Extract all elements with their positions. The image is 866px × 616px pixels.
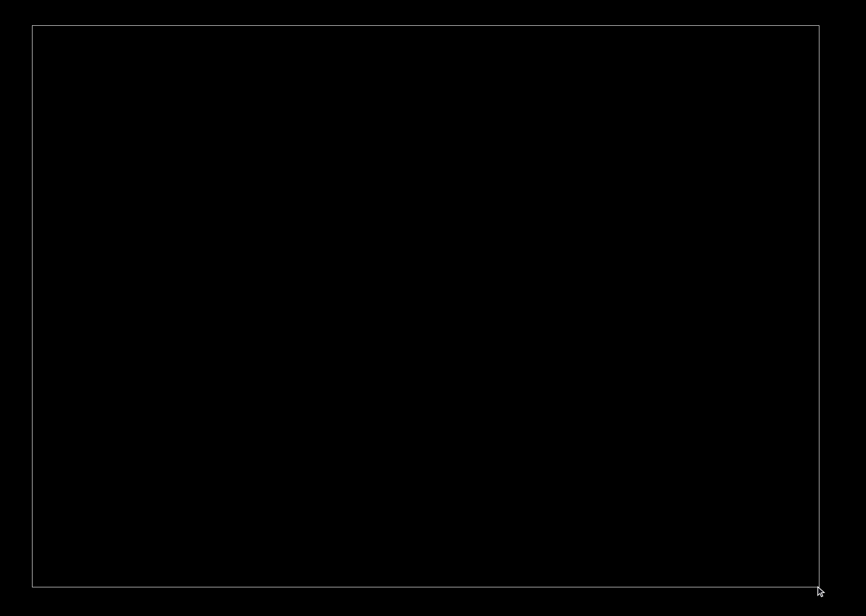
colorbar	[838, 196, 846, 419]
spectrogram-canvas	[33, 26, 819, 587]
spectrogram-plot-frame	[32, 25, 819, 587]
screenshot-stage	[0, 0, 866, 616]
mouse-cursor	[817, 586, 826, 599]
